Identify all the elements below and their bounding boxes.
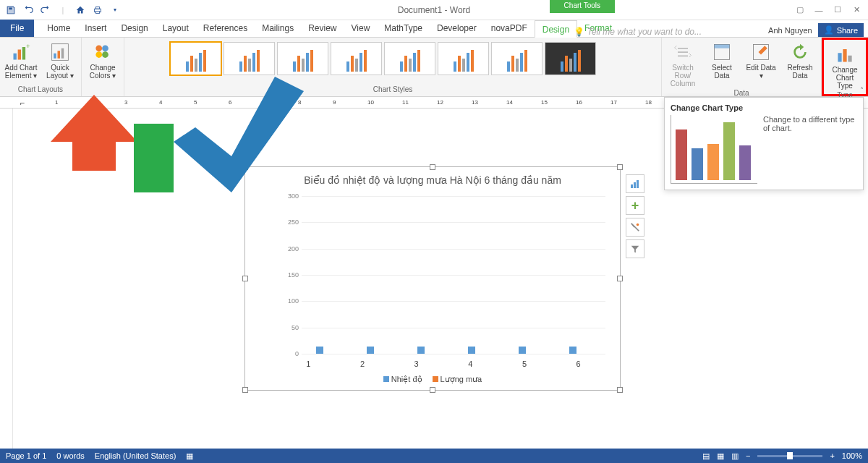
svg-rect-21 <box>631 184 633 188</box>
quick-layout-button[interactable]: Quick Layout ▾ <box>42 41 78 81</box>
change-colors-button[interactable]: Change Colors ▾ <box>85 41 121 81</box>
refresh-data-button[interactable]: Refresh Data <box>782 41 818 81</box>
tab-layout[interactable]: Layout <box>156 20 196 37</box>
share-icon: 👤 <box>824 25 834 35</box>
chart-style-4[interactable] <box>331 42 382 75</box>
svg-rect-4 <box>18 50 21 60</box>
redo-icon[interactable] <box>38 2 54 18</box>
chart-style-5[interactable] <box>384 42 435 75</box>
tab-references[interactable]: References <box>196 20 255 37</box>
zoom-slider[interactable] <box>757 455 822 457</box>
ribbon-panel: + Add Chart Element ▾ Quick Layout ▾ Cha… <box>0 38 868 97</box>
status-macro-icon[interactable]: ▦ <box>186 451 193 461</box>
svg-rect-3 <box>14 54 17 60</box>
tab-home[interactable]: Home <box>40 20 77 37</box>
svg-rect-8 <box>54 54 56 59</box>
chart-plot-area[interactable]: 050100150200250300 <box>281 196 605 354</box>
svg-text:+: + <box>26 42 30 50</box>
vertical-ruler[interactable] <box>0 109 13 449</box>
svg-rect-9 <box>58 51 61 59</box>
close-icon[interactable]: ✕ <box>848 2 865 18</box>
undo-icon[interactable] <box>20 2 36 18</box>
svg-rect-5 <box>22 47 25 60</box>
group-label-styles: Chart Styles <box>373 85 412 95</box>
chart-style-3[interactable] <box>277 42 328 75</box>
home-icon[interactable] <box>72 2 88 18</box>
tooltip-title: Change Chart Type <box>671 103 857 112</box>
tab-design-doc[interactable]: Design <box>114 20 155 37</box>
svg-point-24 <box>637 224 639 226</box>
view-print-layout-icon[interactable]: ▦ <box>717 451 724 461</box>
chart-filters-button[interactable] <box>626 218 644 237</box>
tab-mailings[interactable]: Mailings <box>255 20 301 37</box>
change-chart-type-tooltip: Change Chart Type Change to a different … <box>664 97 864 190</box>
svg-rect-10 <box>61 48 64 59</box>
tab-novapdf[interactable]: novaPDF <box>484 20 535 37</box>
share-button[interactable]: 👤Share <box>818 23 864 37</box>
minimize-icon[interactable]: — <box>810 2 827 18</box>
change-chart-type-button[interactable]: Change Chart Type <box>827 43 863 91</box>
ribbon-options-icon[interactable]: ▢ <box>791 2 809 18</box>
qat-dropdown-icon[interactable]: ▾ <box>107 2 123 18</box>
chart-style-6[interactable] <box>438 42 489 75</box>
print-icon[interactable] <box>90 2 106 18</box>
svg-point-12 <box>102 45 109 51</box>
chart-legend[interactable]: Nhiệt độ Lượng mưa <box>245 375 620 384</box>
tell-me-search[interactable]: Tell me what you want to do... <box>574 27 702 37</box>
chart-elements-button[interactable] <box>626 174 644 193</box>
chart-style-7[interactable] <box>491 42 542 75</box>
tooltip-description: Change to a different type of chart. <box>763 115 857 132</box>
group-label-layouts: Chart Layouts <box>18 85 63 95</box>
embedded-chart[interactable]: Biểu đồ nhiệt độ và lượng mưa Hà Nội 6 t… <box>244 166 621 391</box>
tab-file[interactable]: File <box>0 20 34 37</box>
chart-style-8[interactable] <box>545 42 596 75</box>
tab-view[interactable]: View <box>344 20 378 37</box>
view-read-mode-icon[interactable]: ▤ <box>702 451 710 461</box>
chart-style-1[interactable] <box>170 42 221 75</box>
chart-title[interactable]: Biểu đồ nhiệt độ và lượng mưa Hà Nội 6 t… <box>245 167 620 189</box>
document-title: Document1 - Word <box>398 5 470 15</box>
ribbon-tab-strip: File Home Insert Design Layout Reference… <box>0 20 868 38</box>
chart-layout-options-button[interactable] <box>626 239 644 258</box>
chart-side-buttons: + <box>626 174 644 258</box>
zoom-out-icon[interactable]: − <box>746 451 750 460</box>
tab-insert[interactable]: Insert <box>77 20 114 37</box>
user-name[interactable]: Anh Nguyen <box>768 26 812 35</box>
svg-point-14 <box>102 51 109 58</box>
status-language[interactable]: English (United States) <box>95 451 176 460</box>
zoom-in-icon[interactable]: + <box>830 451 834 460</box>
edit-data-button[interactable]: Edit Data ▾ <box>743 41 779 81</box>
tooltip-preview-icon <box>671 115 757 184</box>
status-bar: Page 1 of 1 0 words English (United Stat… <box>0 449 868 463</box>
select-data-button[interactable]: Select Data <box>704 41 740 81</box>
collapse-ribbon-icon[interactable]: ˄ <box>860 86 864 94</box>
tab-mathtype[interactable]: MathType <box>377 20 430 37</box>
zoom-level[interactable]: 100% <box>842 451 862 460</box>
tab-review[interactable]: Review <box>301 20 344 37</box>
save-icon[interactable] <box>3 2 19 18</box>
quick-access-toolbar: | ▾ <box>0 2 123 18</box>
add-chart-element-button[interactable]: + Add Chart Element ▾ <box>3 41 39 81</box>
chart-tools-contextual-tab: Chart Tools <box>550 0 615 13</box>
svg-rect-18 <box>838 53 841 61</box>
svg-rect-20 <box>848 56 851 62</box>
chart-styles-button[interactable]: + <box>626 196 644 215</box>
title-bar: | ▾ Document1 - Word Chart Tools ▢ — ☐ ✕ <box>0 0 868 20</box>
maximize-icon[interactable]: ☐ <box>829 2 846 18</box>
svg-rect-1 <box>95 7 99 9</box>
view-web-layout-icon[interactable]: ▥ <box>731 451 739 461</box>
tab-developer[interactable]: Developer <box>430 20 484 37</box>
switch-row-column-button[interactable]: Switch Row/ Column <box>665 41 701 89</box>
svg-rect-23 <box>637 180 639 188</box>
chart-style-2[interactable] <box>224 42 275 75</box>
svg-rect-2 <box>95 11 99 13</box>
svg-rect-19 <box>843 49 846 62</box>
status-word-count[interactable]: 0 words <box>56 451 85 460</box>
status-page[interactable]: Page 1 of 1 <box>6 451 46 460</box>
svg-point-13 <box>95 51 102 58</box>
svg-rect-22 <box>634 182 636 188</box>
chart-style-gallery[interactable] <box>169 41 617 77</box>
qat-divider: | <box>55 2 71 18</box>
tab-chart-design[interactable]: Design <box>535 20 577 38</box>
chart-x-labels: 123456 <box>281 360 605 368</box>
